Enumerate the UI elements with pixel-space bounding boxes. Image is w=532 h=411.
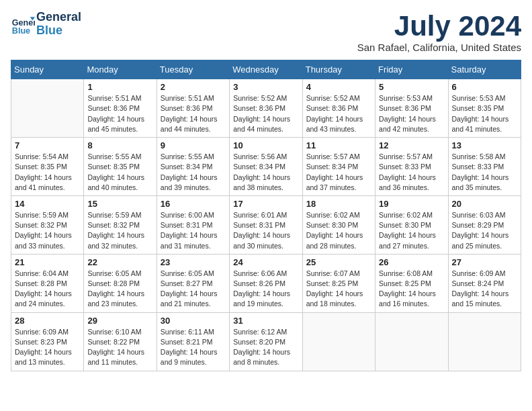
day-info: Sunrise: 6:02 AMSunset: 8:30 PMDaylight:… [379, 210, 444, 251]
logo-blue: Blue [36, 24, 81, 38]
day-number: 17 [233, 199, 298, 209]
day-number: 27 [452, 257, 517, 267]
day-number: 21 [15, 257, 80, 267]
calendar-cell: 17 Sunrise: 6:01 AMSunset: 8:31 PMDaylig… [230, 195, 302, 254]
calendar-cell: 30 Sunrise: 6:11 AMSunset: 8:21 PMDaylig… [157, 312, 229, 371]
day-number: 22 [87, 257, 152, 267]
day-info: Sunrise: 5:55 AMSunset: 8:35 PMDaylight:… [87, 152, 152, 193]
day-info: Sunrise: 5:51 AMSunset: 8:36 PMDaylight:… [87, 93, 152, 134]
calendar-cell: 20 Sunrise: 6:03 AMSunset: 8:29 PMDaylig… [448, 195, 521, 254]
logo-icon: General Blue [11, 12, 35, 36]
weekday-header-monday: Monday [84, 60, 157, 79]
day-info: Sunrise: 5:55 AMSunset: 8:34 PMDaylight:… [161, 152, 226, 193]
day-info: Sunrise: 5:53 AMSunset: 8:36 PMDaylight:… [379, 93, 444, 134]
calendar-cell: 3 Sunrise: 5:52 AMSunset: 8:36 PMDayligh… [230, 79, 302, 138]
day-info: Sunrise: 6:04 AMSunset: 8:28 PMDaylight:… [15, 269, 80, 310]
day-number: 24 [233, 257, 298, 267]
calendar-cell: 31 Sunrise: 6:12 AMSunset: 8:20 PMDaylig… [230, 312, 302, 371]
day-info: Sunrise: 6:05 AMSunset: 8:28 PMDaylight:… [87, 269, 152, 310]
day-number: 16 [161, 199, 226, 209]
weekday-header-saturday: Saturday [448, 60, 521, 79]
page-header: General Blue General Blue July 2024 San … [11, 11, 521, 53]
day-info: Sunrise: 6:10 AMSunset: 8:22 PMDaylight:… [87, 327, 152, 368]
day-number: 19 [379, 199, 444, 209]
calendar-cell: 15 Sunrise: 5:59 AMSunset: 8:32 PMDaylig… [84, 195, 157, 254]
location-title: San Rafael, California, United States [357, 42, 521, 53]
day-number: 28 [15, 316, 80, 326]
day-info: Sunrise: 6:09 AMSunset: 8:24 PMDaylight:… [452, 269, 517, 310]
calendar-cell: 19 Sunrise: 6:02 AMSunset: 8:30 PMDaylig… [375, 195, 448, 254]
day-number: 8 [87, 140, 152, 150]
day-number: 18 [306, 199, 371, 209]
calendar-header-row: SundayMondayTuesdayWednesdayThursdayFrid… [11, 60, 521, 79]
calendar-cell [448, 312, 521, 371]
day-info: Sunrise: 5:57 AMSunset: 8:34 PMDaylight:… [306, 152, 371, 193]
logo: General Blue General Blue [11, 11, 81, 38]
calendar-week-1: 7 Sunrise: 5:54 AMSunset: 8:35 PMDayligh… [11, 138, 521, 196]
calendar-cell: 16 Sunrise: 6:00 AMSunset: 8:31 PMDaylig… [157, 195, 229, 254]
calendar-cell: 12 Sunrise: 5:57 AMSunset: 8:33 PMDaylig… [375, 138, 448, 196]
calendar-cell: 5 Sunrise: 5:53 AMSunset: 8:36 PMDayligh… [375, 79, 448, 138]
calendar-cell: 14 Sunrise: 5:59 AMSunset: 8:32 PMDaylig… [11, 195, 84, 254]
weekday-header-tuesday: Tuesday [157, 60, 229, 79]
weekday-header-thursday: Thursday [302, 60, 375, 79]
calendar-cell: 1 Sunrise: 5:51 AMSunset: 8:36 PMDayligh… [84, 79, 157, 138]
calendar-cell: 18 Sunrise: 6:02 AMSunset: 8:30 PMDaylig… [302, 195, 375, 254]
day-info: Sunrise: 6:11 AMSunset: 8:21 PMDaylight:… [161, 327, 226, 368]
calendar-week-3: 21 Sunrise: 6:04 AMSunset: 8:28 PMDaylig… [11, 254, 521, 312]
day-number: 12 [379, 140, 444, 150]
calendar-week-2: 14 Sunrise: 5:59 AMSunset: 8:32 PMDaylig… [11, 195, 521, 254]
day-number: 13 [452, 140, 517, 150]
day-info: Sunrise: 6:07 AMSunset: 8:25 PMDaylight:… [306, 269, 371, 310]
calendar-cell: 2 Sunrise: 5:51 AMSunset: 8:36 PMDayligh… [157, 79, 229, 138]
day-info: Sunrise: 5:56 AMSunset: 8:34 PMDaylight:… [233, 152, 298, 193]
day-number: 20 [452, 199, 517, 209]
day-number: 4 [306, 82, 371, 92]
day-info: Sunrise: 5:59 AMSunset: 8:32 PMDaylight:… [87, 210, 152, 251]
day-info: Sunrise: 6:01 AMSunset: 8:31 PMDaylight:… [233, 210, 298, 251]
day-number: 2 [161, 82, 226, 92]
calendar-cell: 24 Sunrise: 6:06 AMSunset: 8:26 PMDaylig… [230, 254, 302, 312]
day-info: Sunrise: 6:00 AMSunset: 8:31 PMDaylight:… [161, 210, 226, 251]
day-number: 6 [452, 82, 517, 92]
calendar-cell: 25 Sunrise: 6:07 AMSunset: 8:25 PMDaylig… [302, 254, 375, 312]
calendar-cell: 9 Sunrise: 5:55 AMSunset: 8:34 PMDayligh… [157, 138, 229, 196]
day-number: 1 [87, 82, 152, 92]
day-info: Sunrise: 5:52 AMSunset: 8:36 PMDaylight:… [306, 93, 371, 134]
calendar-cell [11, 79, 84, 138]
day-info: Sunrise: 5:57 AMSunset: 8:33 PMDaylight:… [379, 152, 444, 193]
day-number: 29 [87, 316, 152, 326]
day-number: 10 [233, 140, 298, 150]
day-info: Sunrise: 5:52 AMSunset: 8:36 PMDaylight:… [233, 93, 298, 134]
day-number: 3 [233, 82, 298, 92]
calendar-week-0: 1 Sunrise: 5:51 AMSunset: 8:36 PMDayligh… [11, 79, 521, 138]
calendar-cell: 26 Sunrise: 6:08 AMSunset: 8:25 PMDaylig… [375, 254, 448, 312]
day-number: 30 [161, 316, 226, 326]
calendar-table: SundayMondayTuesdayWednesdayThursdayFrid… [11, 60, 521, 371]
day-number: 11 [306, 140, 371, 150]
day-info: Sunrise: 5:51 AMSunset: 8:36 PMDaylight:… [161, 93, 226, 134]
day-info: Sunrise: 5:53 AMSunset: 8:35 PMDaylight:… [452, 93, 517, 134]
calendar-cell: 29 Sunrise: 6:10 AMSunset: 8:22 PMDaylig… [84, 312, 157, 371]
day-number: 25 [306, 257, 371, 267]
day-info: Sunrise: 5:58 AMSunset: 8:33 PMDaylight:… [452, 152, 517, 193]
calendar-cell: 13 Sunrise: 5:58 AMSunset: 8:33 PMDaylig… [448, 138, 521, 196]
day-number: 15 [87, 199, 152, 209]
day-info: Sunrise: 6:02 AMSunset: 8:30 PMDaylight:… [306, 210, 371, 251]
calendar-cell: 6 Sunrise: 5:53 AMSunset: 8:35 PMDayligh… [448, 79, 521, 138]
weekday-header-sunday: Sunday [11, 60, 84, 79]
calendar-cell: 8 Sunrise: 5:55 AMSunset: 8:35 PMDayligh… [84, 138, 157, 196]
day-info: Sunrise: 6:06 AMSunset: 8:26 PMDaylight:… [233, 269, 298, 310]
calendar-cell [302, 312, 375, 371]
calendar-cell: 27 Sunrise: 6:09 AMSunset: 8:24 PMDaylig… [448, 254, 521, 312]
day-info: Sunrise: 6:09 AMSunset: 8:23 PMDaylight:… [15, 327, 80, 368]
logo-text: General Blue [36, 11, 81, 38]
calendar-cell: 23 Sunrise: 6:05 AMSunset: 8:27 PMDaylig… [157, 254, 229, 312]
day-number: 31 [233, 316, 298, 326]
month-title: July 2024 [357, 11, 521, 42]
day-number: 14 [15, 199, 80, 209]
day-info: Sunrise: 6:05 AMSunset: 8:27 PMDaylight:… [161, 269, 226, 310]
day-info: Sunrise: 5:54 AMSunset: 8:35 PMDaylight:… [15, 152, 80, 193]
calendar-week-4: 28 Sunrise: 6:09 AMSunset: 8:23 PMDaylig… [11, 312, 521, 371]
calendar-cell: 11 Sunrise: 5:57 AMSunset: 8:34 PMDaylig… [302, 138, 375, 196]
